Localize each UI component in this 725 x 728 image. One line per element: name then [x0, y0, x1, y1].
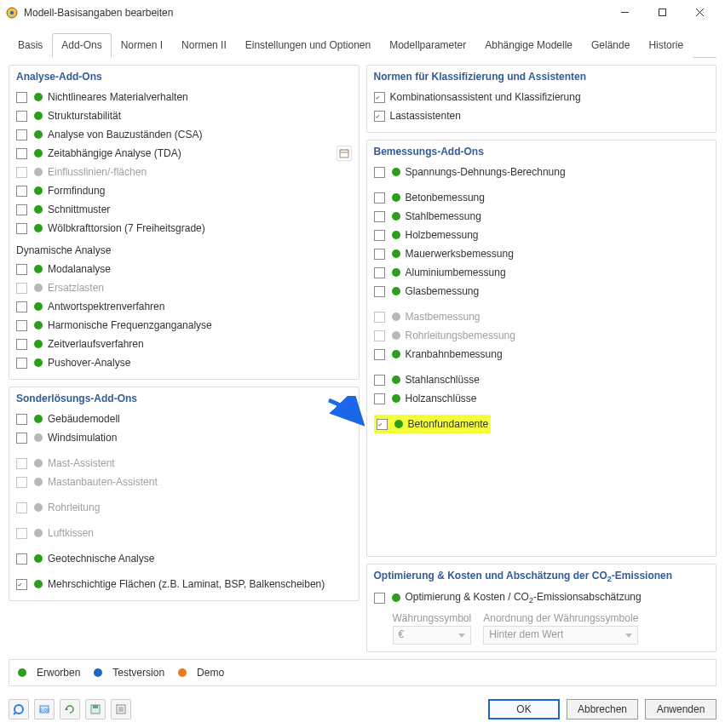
- units-icon[interactable]: 0,00: [34, 699, 55, 719]
- tab-historie[interactable]: Historie: [639, 33, 693, 58]
- label-geotech: Geotechnische Analyse: [48, 553, 154, 565]
- tab-abhaengige[interactable]: Abhängige Modelle: [475, 33, 582, 58]
- status-dot: [34, 415, 43, 423]
- label-wind: Windsimulation: [48, 432, 117, 444]
- status-dot: [392, 249, 400, 258]
- label-antwort: Antwortspektrenverfahren: [48, 301, 164, 312]
- checkbox-opt[interactable]: [374, 593, 385, 604]
- cancel-button[interactable]: Abbrechen: [567, 699, 638, 719]
- checkbox-alu[interactable]: [374, 267, 385, 278]
- checkbox-glas[interactable]: [374, 286, 385, 297]
- subheader-dynamic: Dynamische Analyse: [16, 244, 352, 256]
- panel-optimization-title: Optimierung & Kosten und Abschätzung der…: [374, 570, 710, 583]
- app-icon: [5, 6, 19, 20]
- row-einfluss: Einflusslinien/-flächen: [16, 163, 352, 181]
- calendar-icon[interactable]: [337, 146, 352, 161]
- status-dot: [34, 503, 43, 512]
- checkbox-beton[interactable]: [374, 192, 385, 203]
- checkbox-schnittmuster[interactable]: [16, 204, 27, 215]
- maximize-button[interactable]: [643, 1, 681, 25]
- panel-analysis-title: Analyse-Add-Ons: [16, 71, 352, 83]
- row-modal: Modalanalyse: [16, 260, 352, 278]
- checkbox-holz[interactable]: [374, 230, 385, 241]
- status-dot: [34, 580, 43, 588]
- label-rohrleitung: Rohrleitung: [48, 502, 100, 513]
- checkbox-spannung[interactable]: [374, 167, 385, 178]
- svg-marker-15: [65, 708, 68, 710]
- list-icon[interactable]: [111, 699, 131, 719]
- checkbox-lastassist[interactable]: [374, 111, 385, 122]
- ok-button[interactable]: OK: [488, 699, 560, 719]
- checkbox-mauer[interactable]: [374, 249, 385, 260]
- status-dot: [392, 168, 400, 176]
- arrangement-select[interactable]: Hinter dem Wert: [483, 626, 638, 645]
- label-schnittmuster: Schnittmuster: [48, 203, 110, 215]
- status-dot: [394, 420, 403, 428]
- row-holzanschl: Holzanschlüsse: [374, 389, 710, 408]
- minimize-button[interactable]: [606, 1, 643, 25]
- checkbox-geotech[interactable]: [16, 553, 27, 565]
- checkbox-gebaeude[interactable]: [16, 414, 27, 425]
- checkbox-harmon[interactable]: [16, 320, 27, 331]
- checkbox-mehrschichtig[interactable]: [16, 579, 27, 590]
- row-rohrleitung: Rohrleitung: [16, 498, 352, 517]
- checkbox-betonfundamente[interactable]: [377, 419, 388, 430]
- tab-einstellungen[interactable]: Einstellungen und Optionen: [236, 33, 380, 58]
- label-kranbahn: Kranbahnbemessung: [406, 348, 503, 360]
- checkbox-kombi[interactable]: [374, 92, 385, 103]
- panel-norms-title: Normen für Klassifizierung und Assistent…: [374, 71, 710, 83]
- checkbox-nichtlinear[interactable]: [16, 92, 27, 103]
- checkbox-struktur[interactable]: [16, 111, 27, 122]
- checkbox-formfindung[interactable]: [16, 186, 27, 197]
- row-glas: Glasbemessung: [374, 282, 710, 301]
- label-mauer: Mauerwerksbemessung: [406, 248, 514, 260]
- row-antwort: Antwortspektrenverfahren: [16, 297, 352, 316]
- close-button[interactable]: [681, 1, 718, 25]
- row-schnittmuster: Schnittmuster: [16, 200, 352, 219]
- status-dot: [34, 130, 43, 139]
- status-dot: [392, 312, 400, 321]
- svg-point-11: [14, 705, 23, 714]
- status-dot: [392, 593, 400, 602]
- window-title: Modell-Basisangaben bearbeiten: [24, 7, 606, 19]
- row-csa: Analyse von Bauzuständen (CSA): [16, 125, 352, 144]
- checkbox-pushover[interactable]: [16, 358, 27, 369]
- label-kombi: Kombinationsassistent und Klassifizierun…: [390, 91, 581, 103]
- row-holz: Holzbemessung: [374, 226, 710, 244]
- checkbox-kranbahn[interactable]: [374, 349, 385, 360]
- checkbox-wind[interactable]: [16, 433, 27, 444]
- legend: Erworben Testversion Demo: [9, 659, 716, 686]
- tab-gelaende[interactable]: Gelände: [582, 33, 639, 58]
- tab-addons[interactable]: Add-Ons: [52, 33, 111, 58]
- checkbox-zeitverlauf[interactable]: [16, 339, 27, 350]
- save-icon[interactable]: [85, 699, 106, 719]
- status-dot: [392, 212, 400, 221]
- row-rohrbem: Rohrleitungsbemessung: [374, 326, 710, 345]
- checkbox-tda[interactable]: [16, 148, 27, 159]
- status-dot: [392, 350, 400, 358]
- help-icon[interactable]: [9, 699, 29, 719]
- checkbox-antwort[interactable]: [16, 301, 27, 312]
- row-mastanbau: Mastanbauten-Assistent: [16, 473, 352, 491]
- checkbox-stahlanschl[interactable]: [374, 375, 385, 386]
- checkbox-modal[interactable]: [16, 264, 27, 275]
- tab-normen1[interactable]: Normen I: [112, 33, 172, 58]
- apply-button[interactable]: Anwenden: [645, 699, 716, 719]
- tab-basis[interactable]: Basis: [9, 33, 52, 58]
- currency-select[interactable]: €: [393, 626, 472, 645]
- checkbox-holzanschl[interactable]: [374, 393, 385, 404]
- tabs-bar: Basis Add-Ons Normen I Normen II Einstel…: [9, 32, 716, 58]
- checkbox-woelbkraft[interactable]: [16, 223, 27, 234]
- label-luftkissen: Luftkissen: [48, 527, 94, 539]
- label-beton: Betonbemessung: [406, 192, 485, 203]
- tab-normen2[interactable]: Normen II: [172, 33, 236, 58]
- panel-analysis: Analyse-Add-Ons Nichtlineares Materialve…: [9, 65, 360, 380]
- checkbox-csa[interactable]: [16, 129, 27, 140]
- tab-modellparameter[interactable]: Modellparameter: [380, 33, 475, 58]
- checkbox-stahl[interactable]: [374, 211, 385, 222]
- status-dot: [392, 268, 400, 277]
- status-dot: [392, 375, 400, 384]
- label-spannung: Spannungs-Dehnungs-Berechnung: [406, 166, 566, 178]
- label-struktur: Strukturstabilität: [48, 110, 121, 122]
- refresh-icon[interactable]: [60, 699, 80, 719]
